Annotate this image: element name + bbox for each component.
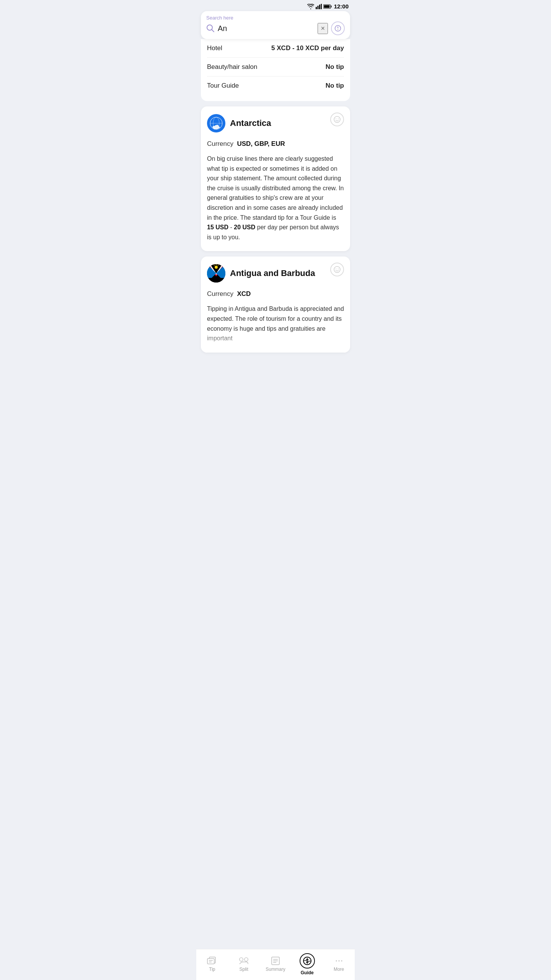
tip-row-tourguide: Tour Guide No tip — [207, 77, 344, 95]
svg-rect-0 — [316, 7, 317, 9]
tip-value-beauty: No tip — [326, 63, 344, 71]
svg-line-34 — [218, 265, 218, 266]
country-name-antigua: Antigua and Barbuda — [230, 268, 315, 278]
highlight1-antarctica: 15 USD — [207, 224, 228, 230]
svg-rect-1 — [317, 6, 318, 9]
status-icons — [307, 4, 332, 9]
currency-row-antarctica: Currency USD, GBP, EUR — [207, 140, 344, 148]
flag-antarctica — [207, 114, 225, 132]
tip-label-tourguide: Tour Guide — [207, 82, 239, 90]
highlight2-antarctica: 20 USD — [234, 224, 255, 230]
favorite-button-antarctica[interactable] — [330, 113, 344, 126]
compass-button[interactable] — [331, 21, 345, 35]
search-clear-button[interactable]: × — [318, 23, 328, 34]
currency-value-antigua: XCD — [237, 290, 251, 297]
svg-point-19 — [334, 266, 340, 273]
tip-value-tourguide: No tip — [326, 82, 344, 90]
svg-rect-2 — [319, 5, 320, 9]
tip-row-beauty: Beauty/hair salon No tip — [207, 58, 344, 77]
description-antarctica: On big cruise lines there are clearly su… — [207, 154, 344, 242]
svg-line-8 — [212, 30, 214, 32]
tip-label-hotel: Hotel — [207, 44, 222, 52]
svg-rect-3 — [321, 4, 322, 9]
country-card-antarctica: Antarctica Currency USD, GBP, EUR On big… — [201, 106, 350, 251]
flag-antigua — [207, 264, 225, 283]
country-card-antigua: Antigua and Barbuda Currency XCD Tipping… — [201, 256, 350, 352]
search-container: Search here An × — [201, 11, 350, 39]
card-header-antigua: Antigua and Barbuda — [207, 264, 344, 283]
tip-label-beauty: Beauty/hair salon — [207, 63, 257, 71]
svg-point-21 — [338, 269, 339, 270]
wifi-icon — [307, 4, 314, 9]
svg-rect-5 — [331, 5, 331, 7]
search-placeholder: Search here — [206, 15, 345, 21]
svg-point-20 — [336, 269, 336, 270]
svg-point-12 — [334, 116, 340, 122]
battery-icon — [323, 4, 332, 9]
status-bar: 12:00 — [196, 0, 355, 11]
svg-marker-11 — [337, 28, 339, 31]
svg-point-14 — [338, 119, 339, 119]
currency-value-antarctica: USD, GBP, EUR — [237, 140, 285, 147]
search-icon — [206, 24, 215, 33]
tip-value-hotel: 5 XCD - 10 XCD per day — [271, 44, 344, 52]
search-value[interactable]: An — [218, 24, 315, 33]
description-antigua: Tipping in Antigua and Barbuda is apprec… — [207, 304, 344, 343]
svg-marker-10 — [337, 26, 339, 28]
currency-label-antarctica: Currency — [207, 140, 233, 147]
svg-rect-6 — [324, 5, 329, 8]
country-name-antarctica: Antarctica — [230, 118, 271, 128]
svg-rect-31 — [207, 278, 225, 283]
tip-row-hotel: Hotel 5 XCD - 10 XCD per day — [207, 39, 344, 58]
card-header-antarctica: Antarctica — [207, 114, 344, 132]
signal-icon — [316, 4, 322, 9]
svg-point-32 — [215, 266, 218, 269]
status-time: 12:00 — [334, 3, 349, 10]
previous-card-partial: Hotel 5 XCD - 10 XCD per day Beauty/hair… — [201, 39, 350, 101]
currency-label-antigua: Currency — [207, 290, 233, 297]
svg-point-13 — [336, 119, 336, 119]
svg-line-35 — [214, 265, 215, 266]
currency-row-antigua: Currency XCD — [207, 290, 344, 298]
